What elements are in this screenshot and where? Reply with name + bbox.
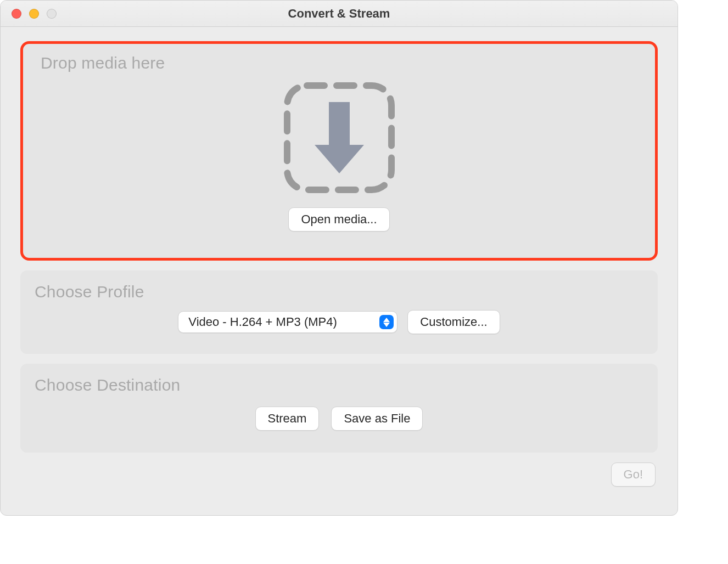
content-area: Drop media here Open media... Choose Pro… <box>1 27 677 515</box>
window-title: Convert & Stream <box>1 7 677 21</box>
window-controls <box>1 9 57 19</box>
drop-arrow-icon <box>282 80 397 198</box>
save-as-file-button-label: Save as File <box>344 411 410 426</box>
drop-media-heading: Drop media here <box>41 54 165 72</box>
open-media-button[interactable]: Open media... <box>288 207 389 232</box>
go-button: Go! <box>611 463 656 487</box>
choose-profile-panel: Choose Profile Video - H.264 + MP3 (MP4)… <box>20 270 658 354</box>
profile-select[interactable]: Video - H.264 + MP3 (MP4) <box>178 311 397 333</box>
stream-button[interactable]: Stream <box>255 407 320 431</box>
choose-profile-heading: Choose Profile <box>35 283 643 301</box>
svg-rect-1 <box>329 102 350 146</box>
svg-marker-3 <box>383 318 390 322</box>
open-media-button-label: Open media... <box>301 212 377 227</box>
svg-marker-4 <box>383 323 390 327</box>
minimize-window-button[interactable] <box>29 9 39 19</box>
convert-stream-window: Convert & Stream Drop media here Open me… <box>0 0 678 516</box>
customize-profile-button-label: Customize... <box>420 315 487 329</box>
footer: Go! <box>20 463 658 488</box>
drop-media-panel[interactable]: Drop media here Open media... <box>20 41 658 261</box>
save-as-file-button[interactable]: Save as File <box>331 407 423 431</box>
close-window-button[interactable] <box>12 9 21 19</box>
choose-destination-panel: Choose Destination Stream Save as File <box>20 364 658 453</box>
zoom-window-button <box>47 9 57 19</box>
titlebar: Convert & Stream <box>1 1 677 27</box>
go-button-label: Go! <box>624 467 643 482</box>
stream-button-label: Stream <box>268 411 307 426</box>
updown-caret-icon <box>379 315 394 329</box>
profile-select-value: Video - H.264 + MP3 (MP4) <box>188 315 337 329</box>
choose-destination-heading: Choose Destination <box>35 376 643 394</box>
customize-profile-button[interactable]: Customize... <box>407 310 500 334</box>
svg-marker-2 <box>315 145 364 173</box>
